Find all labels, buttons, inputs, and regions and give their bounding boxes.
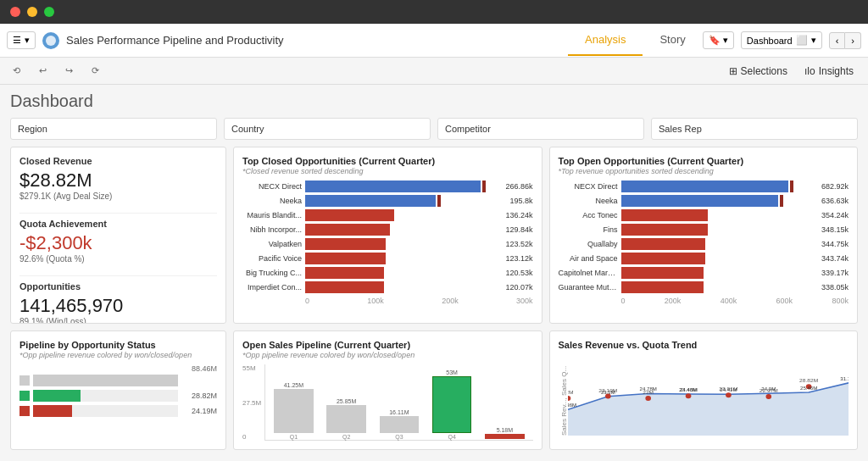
bar-fill — [305, 267, 384, 279]
bar-label: Imperdiet Con... — [242, 283, 302, 292]
bar-row: Neeka636.63k — [559, 195, 849, 207]
bar-fill — [305, 181, 481, 192]
insights-button[interactable]: ılo Insights — [797, 61, 861, 81]
kpi-quota: Quota Achievement -$2,300k 92.6% (Quota … — [19, 219, 217, 276]
app-title: Sales Performance Pipeline and Productiv… — [66, 34, 568, 47]
svg-text:24.9M: 24.9M — [761, 386, 776, 392]
bar-row: Imperdiet Con...120.07k — [242, 281, 533, 293]
top-open-card: Top Open Opportunities (Current Quarter)… — [549, 147, 859, 324]
toolbar-right: 🔖 ▾ Dashboard ⬜ ▾ ‹ › — [703, 31, 861, 49]
nav-forward-button[interactable]: › — [845, 32, 861, 49]
insights-label: Insights — [819, 65, 854, 77]
pipeline-card: Pipeline by Opportunity Status *Opp pipe… — [10, 330, 226, 450]
bar-row: Quallaby344.75k — [559, 238, 849, 250]
toolbar2-btn-4[interactable]: ⟳ — [86, 62, 105, 80]
selections-button[interactable]: ⊞ Selections — [721, 61, 795, 81]
bar-row: Neeka195.8k — [242, 195, 533, 207]
top-closed-card: Top Closed Opportunities (Current Quarte… — [233, 147, 542, 324]
open-pipeline-column: 16.11MQ3 — [375, 364, 424, 440]
pipeline-bar-row: 24.19M — [19, 405, 217, 417]
pipeline-color-box — [19, 375, 30, 386]
bar-label: NECX Direct — [559, 182, 618, 191]
open-pipeline-val-label: 53M — [446, 369, 458, 375]
hamburger-dropdown-icon: ▾ — [25, 35, 30, 46]
pipeline-fill — [33, 405, 72, 417]
nav-arrows: ‹ › — [829, 32, 861, 49]
pipeline-bar-row: 28.82M — [19, 390, 217, 402]
bar-track — [305, 281, 502, 293]
top-open-title: Top Open Opportunities (Current Quarter) — [559, 156, 849, 166]
hamburger-menu[interactable]: ☰ ▾ — [7, 31, 36, 49]
selections-label: Selections — [741, 65, 787, 77]
bar-accent — [482, 181, 486, 192]
bar-fill — [621, 281, 704, 293]
bar-label: Valpatken — [242, 240, 302, 248]
pipeline-track — [33, 390, 178, 402]
bar-label: Big Trucking C... — [242, 269, 302, 277]
bar-track — [305, 224, 502, 236]
bar-fill — [305, 195, 436, 207]
filter-country[interactable]: Country — [224, 118, 431, 140]
bar-value: 120.07k — [505, 283, 532, 292]
traffic-light-yellow[interactable] — [27, 7, 37, 17]
bar-track — [621, 181, 818, 192]
traffic-light-red[interactable] — [10, 7, 20, 17]
open-pipeline-bar — [380, 416, 420, 433]
tab-analysis[interactable]: Analysis — [568, 25, 643, 56]
toolbar2-btn-2[interactable]: ↩ — [33, 62, 53, 80]
bar-value: 123.12k — [505, 254, 532, 263]
pipeline-max-label: 88.46M — [19, 364, 217, 373]
pipeline-bar-row — [19, 375, 217, 386]
bar-row: Nibh Incorpor...129.84k — [242, 224, 533, 236]
bar-value: 129.84k — [505, 225, 532, 234]
toolbar2-right: ⊞ Selections ılo Insights — [721, 61, 861, 81]
nav-back-button[interactable]: ‹ — [829, 32, 846, 49]
filter-region[interactable]: Region — [10, 118, 217, 140]
main-content: Dashboard Region Country Competitor Sale… — [0, 85, 868, 461]
svg-text:24.78M: 24.78M — [639, 387, 656, 392]
bar-label: Guarantee Mutual Life ... — [559, 283, 618, 292]
bar-label: Capitolnet Marketing G... — [559, 269, 618, 277]
trend-svg: 22M15.36MQ1 201323.19M23.1MQ2 201322M24.… — [568, 351, 849, 436]
top-closed-chart: NECX Direct266.86kNeeka195.8kMauris Blan… — [242, 181, 533, 293]
filter-sales-rep[interactable]: Sales Rep — [651, 118, 858, 140]
open-pipeline-column: 53MQ4 — [427, 364, 476, 440]
filter-competitor[interactable]: Competitor — [437, 118, 644, 140]
bar-row: Air and Space343.74k — [559, 253, 849, 264]
kpi-opportunities: Opportunities 141,465,970 89.1% (Win/Los… — [19, 281, 217, 324]
bar-row: Guarantee Mutual Life ...338.05k — [559, 281, 849, 293]
bar-row: Pacific Voice123.12k — [242, 253, 533, 264]
bar-fill — [621, 238, 706, 250]
pipeline-value: 28.82M — [181, 392, 217, 400]
y-label-bot: 0 — [242, 433, 261, 441]
bar-row: Capitolnet Marketing G...339.17k — [559, 267, 849, 279]
bar-value: 339.17k — [821, 269, 849, 277]
top-open-subtitle: *Top revenue opportunities sorted descen… — [559, 167, 849, 175]
open-pipeline-x-label: Q4 — [448, 434, 455, 440]
bar-label: Fins — [559, 225, 618, 234]
bar-fill — [305, 281, 384, 293]
bar-track — [305, 209, 502, 221]
open-pipeline-card: Open Sales Pipeline (Current Quarter) *O… — [233, 330, 542, 450]
pipeline-track — [33, 375, 178, 386]
bar-accent — [437, 195, 441, 207]
bar-accent — [790, 181, 793, 192]
toolbar2-btn-3[interactable]: ↪ — [59, 62, 79, 80]
revenue-trend-title: Sales Revenue vs. Quota Trend — [559, 340, 849, 350]
tab-story[interactable]: Story — [643, 25, 702, 56]
bar-fill — [621, 224, 708, 236]
revenue-trend-chart: Sales Rev..., Sales Q... 22M15.36MQ1 201… — [559, 351, 849, 436]
traffic-light-green[interactable] — [44, 7, 54, 17]
kpi-closed-revenue-value: $28.82M — [19, 169, 217, 192]
bookmark-button[interactable]: 🔖 ▾ — [703, 31, 734, 49]
bar-value: 123.52k — [505, 240, 532, 248]
bar-value: 120.53k — [505, 269, 532, 277]
dashboard-button[interactable]: Dashboard ⬜ ▾ — [741, 31, 822, 49]
open-pipeline-bar — [432, 376, 472, 433]
kpi-closed-revenue-title: Closed Revenue — [19, 156, 217, 166]
bar-fill — [621, 209, 708, 221]
svg-text:31.12M: 31.12M — [840, 376, 849, 381]
svg-text:24.46M: 24.46M — [679, 387, 696, 392]
kpi-quota-sub: 92.6% (Quota %) — [19, 254, 217, 264]
toolbar2-btn-1[interactable]: ⟲ — [7, 62, 26, 80]
